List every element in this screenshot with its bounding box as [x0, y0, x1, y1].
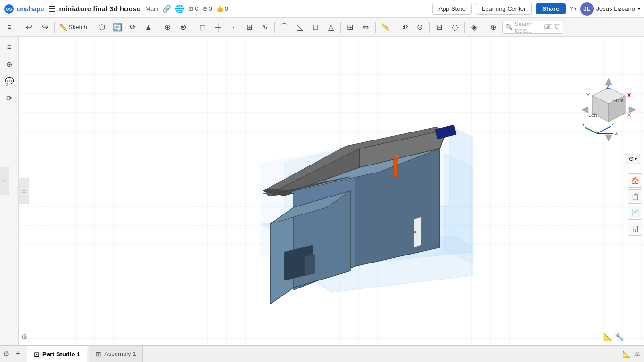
svg-text:X: X	[615, 131, 618, 136]
view-options-button[interactable]: 👁	[397, 20, 412, 35]
search-kbd-alt: alt	[544, 24, 552, 30]
svg-point-18	[414, 231, 416, 233]
svg-text:Y: Y	[586, 92, 590, 98]
sidebar-item-comments[interactable]: 💬	[2, 74, 17, 89]
revolve-button[interactable]: 🔄	[110, 20, 125, 35]
svg-text:Y: Y	[582, 122, 585, 127]
extrude-group: ⬡ 🔄 ⟳ ▲	[94, 20, 156, 35]
onshape-logo-icon: OS	[4, 4, 14, 14]
hamburger-menu-icon[interactable]: ☰	[48, 4, 56, 14]
share-button[interactable]: Share	[536, 3, 566, 14]
3d-house-svg: Right	[190, 68, 473, 313]
toolbar: ≡ ↩ ↪ ✏️ Sketch ⬡ 🔄 ⟳ ▲ ⊕ ⊗ ◻ ┼ · ⊞ ∿ ⌒ …	[0, 18, 644, 37]
user-name: Jesus Lizcano	[596, 5, 635, 12]
fillet-button[interactable]: ⌒	[277, 20, 292, 35]
left-panel-toggle[interactable]: ≡	[0, 167, 9, 195]
globe-icon[interactable]: 🌐	[175, 4, 184, 13]
draft-button[interactable]: △	[323, 20, 339, 35]
boolean-button[interactable]: ⊗	[176, 20, 191, 35]
search-kbd-c: C	[554, 24, 560, 30]
extrude-button[interactable]: ⬡	[94, 20, 109, 35]
tab-part-studio[interactable]: ⊡ Part Studio 1	[27, 346, 87, 362]
question-icon: ?	[570, 5, 573, 12]
curve-button[interactable]: ∿	[257, 20, 272, 35]
section-group: ⊟ ◌	[432, 20, 462, 35]
assembly-tab-icon: ⊞	[96, 350, 101, 358]
toolbar-separator-10	[429, 22, 430, 33]
bottom-settings-icon[interactable]: 📐	[622, 350, 630, 358]
help-dropdown-icon: ▾	[574, 6, 577, 11]
sidebar-item-history[interactable]: ⟳	[2, 90, 17, 106]
toolbar-separator-12	[484, 22, 484, 33]
render-button[interactable]: ◈	[467, 20, 482, 35]
document-branch: Main	[145, 5, 158, 12]
variables-icon[interactable]: 📊	[628, 222, 642, 236]
transform-group: ⊕ ⊗	[160, 20, 191, 35]
measure-group: 📏	[378, 20, 393, 35]
move-button[interactable]: ⊕	[160, 20, 175, 35]
toolbar-separator-3	[92, 22, 92, 33]
undo-button[interactable]: ↩	[21, 20, 36, 35]
add-tab-button[interactable]: +	[11, 346, 25, 362]
snap-icon[interactable]: 🔧	[615, 332, 624, 341]
bottom-left-area: ⚙ + ⊡ Part Studio 1 ⊞ Assembly 1	[0, 346, 146, 362]
toolbar-separator-1	[19, 22, 19, 33]
tab-assembly[interactable]: ⊞ Assembly 1	[89, 346, 143, 362]
redo-button[interactable]: ↪	[37, 20, 52, 35]
link-icon[interactable]: 🔗	[162, 5, 171, 13]
hide-button[interactable]: ◌	[447, 20, 462, 35]
mate-button[interactable]: ⊞	[242, 20, 257, 35]
bottom-snap-icon[interactable]: ⚖	[634, 350, 640, 358]
svg-marker-32	[582, 107, 588, 113]
chamfer-button[interactable]: ◺	[292, 20, 307, 35]
toolbar-separator-7	[340, 22, 341, 33]
feature-list-icon[interactable]: 📋	[628, 189, 642, 204]
properties-panel-icon[interactable]: 🏠	[628, 173, 642, 188]
ruler-icon[interactable]: 📐	[603, 332, 613, 341]
toolbar-separator-2	[54, 22, 55, 33]
measure-button[interactable]: 📏	[378, 20, 393, 35]
learning-center-button[interactable]: Learning Center	[476, 3, 532, 15]
svg-text:Left: Left	[588, 112, 597, 118]
user-area[interactable]: JL Jesus Lizcano ▾	[580, 2, 640, 16]
parts-counter: ⊡0	[188, 5, 198, 12]
axis-button[interactable]: ┼	[211, 20, 226, 35]
fillet-group: ⌒ ◺ □ △	[277, 20, 339, 35]
settings-icon[interactable]: ⚙	[21, 332, 27, 341]
shell-button[interactable]: □	[308, 20, 323, 35]
sweep-button[interactable]: ⟳	[125, 20, 140, 35]
mirror-button[interactable]: ⇔	[358, 20, 373, 35]
right-sidebar: 🏠 📋 📄 📊	[626, 37, 644, 345]
section-button[interactable]: ⊟	[432, 20, 447, 35]
app-store-button[interactable]: App Store	[432, 3, 472, 15]
3d-model-container: Right	[190, 68, 473, 313]
pattern-group: ⊞ ⇔	[343, 20, 373, 35]
bottom-left-viewport-tools: ⚙	[21, 332, 27, 341]
point-button[interactable]: ·	[226, 20, 241, 35]
toolbar-filter-button[interactable]: ≡	[2, 20, 17, 35]
loft-button[interactable]: ▲	[141, 20, 156, 35]
part-studio-tab-label: Part Studio 1	[42, 351, 80, 358]
sidebar-item-filter[interactable]: ≡	[2, 40, 17, 55]
render-group: ◈	[467, 20, 482, 35]
display-options-button[interactable]: ⊙	[413, 20, 428, 35]
plane-button[interactable]: ◻	[195, 20, 210, 35]
crosshair-button[interactable]: ⊕	[486, 20, 501, 35]
search-placeholder: Search tools...	[515, 21, 542, 34]
bottom-right-area: 📐 ⚖	[619, 346, 644, 362]
sidebar-item-add[interactable]: ⊕	[2, 57, 17, 72]
toolbar-separator-11	[464, 22, 465, 33]
help-button[interactable]: ? ▾	[570, 5, 576, 12]
svg-marker-25	[394, 157, 397, 178]
left-feature-tree-toggle[interactable]: ☰	[19, 178, 29, 204]
plane-group: ◻ ┼ · ⊞ ∿	[195, 20, 272, 35]
svg-line-47	[585, 127, 597, 133]
search-tools-input[interactable]: 🔍 Search tools... alt C	[502, 21, 563, 34]
search-icon: 🔍	[505, 24, 513, 31]
settings-bottom-icon[interactable]: ⚙	[3, 349, 9, 358]
pattern-button[interactable]: ⊞	[343, 20, 358, 35]
sketch-button[interactable]: ✏️ Sketch	[57, 20, 90, 35]
document-title: miniature final 3d house	[59, 5, 141, 13]
parts-list-icon[interactable]: 📄	[628, 206, 642, 220]
3d-viewport[interactable]: Right X X Left	[19, 37, 644, 345]
